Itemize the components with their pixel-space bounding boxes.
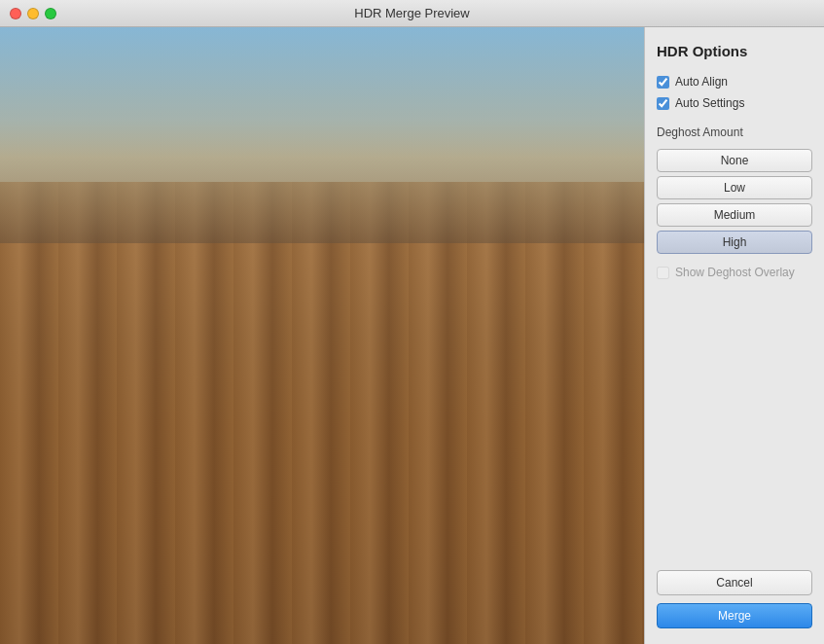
show-deghost-checkbox[interactable] [657,267,669,279]
show-deghost-row: Show Deghost Overlay [657,266,812,279]
auto-align-label: Auto Align [675,75,728,89]
window-title: HDR Merge Preview [354,6,469,20]
sidebar-title: HDR Options [657,43,812,59]
deghost-low-button[interactable]: Low [657,176,812,199]
deghost-medium-button[interactable]: Medium [657,203,812,227]
auto-align-row: Auto Align [657,75,812,89]
deghost-amount-label: Deghost Amount [657,125,812,139]
close-button[interactable] [10,8,21,19]
auto-align-checkbox[interactable] [657,76,669,89]
auto-settings-label: Auto Settings [675,96,744,110]
preview-area [0,27,644,644]
auto-settings-row: Auto Settings [657,96,812,110]
show-deghost-label: Show Deghost Overlay [675,266,795,279]
title-bar: HDR Merge Preview [0,0,824,27]
maximize-button[interactable] [45,8,56,19]
deghost-high-button[interactable]: High [657,231,812,254]
sidebar-panel: HDR Options Auto Align Auto Settings Deg… [644,27,824,644]
hdr-preview-image [0,27,644,644]
minimize-button[interactable] [27,8,39,19]
cancel-button[interactable]: Cancel [657,570,812,595]
auto-settings-checkbox[interactable] [657,97,669,110]
spacer [657,279,812,555]
deghost-none-button[interactable]: None [657,149,812,172]
merge-button[interactable]: Merge [657,603,812,628]
main-content: HDR Options Auto Align Auto Settings Deg… [0,27,824,644]
action-buttons: Cancel Merge [657,570,812,628]
deghost-button-group: None Low Medium High [657,149,812,254]
window-controls [10,8,56,19]
